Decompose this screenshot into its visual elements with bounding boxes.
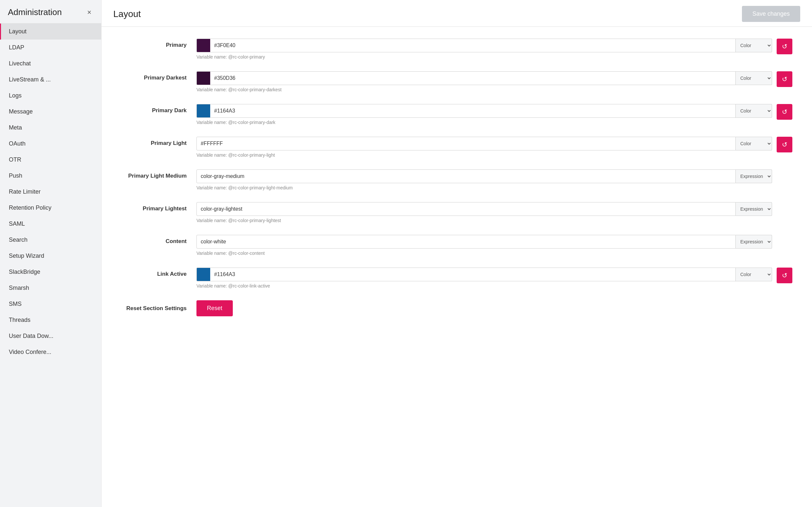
form-row-link-active: Link ActiveColorExpressionVariable name:… xyxy=(121,268,792,288)
sidebar-header: Administration × xyxy=(0,0,101,23)
color-input[interactable] xyxy=(210,71,736,85)
reset-section-button[interactable]: Reset xyxy=(196,300,233,316)
field-label: Content xyxy=(121,235,196,245)
fields-container: PrimaryColorExpressionVariable name: @rc… xyxy=(121,39,792,288)
type-select[interactable]: ColorExpression xyxy=(736,104,772,118)
field-reset-button[interactable]: ↺ xyxy=(777,268,792,283)
field-group: ColorExpressionVariable name: @rc-color-… xyxy=(196,39,772,60)
type-select[interactable]: ColorExpression xyxy=(736,268,772,281)
sidebar-item-saml[interactable]: SAML xyxy=(0,216,101,232)
form-row-primary: PrimaryColorExpressionVariable name: @rc… xyxy=(121,39,792,60)
sidebar-item-search[interactable]: Search xyxy=(0,232,101,248)
sidebar-item-otr[interactable]: OTR xyxy=(0,152,101,168)
field-reset-button[interactable]: ↺ xyxy=(777,137,792,153)
field-label: Primary Lightest xyxy=(121,202,196,212)
type-select[interactable]: ColorExpression xyxy=(736,202,772,216)
main-content: Layout Save changes PrimaryColorExpressi… xyxy=(101,0,812,507)
field-label: Link Active xyxy=(121,268,196,277)
sidebar-item-slackbridge[interactable]: SlackBridge xyxy=(0,264,101,280)
save-changes-button[interactable]: Save changes xyxy=(742,6,800,22)
form-row-primary-darkest: Primary DarkestColorExpressionVariable n… xyxy=(121,71,792,92)
field-label: Primary Dark xyxy=(121,104,196,114)
type-select[interactable]: ColorExpression xyxy=(736,169,772,183)
reset-section-label: Reset Section Settings xyxy=(121,305,196,312)
input-row: ColorExpression xyxy=(196,169,772,183)
field-reset-button[interactable]: ↺ xyxy=(777,39,792,54)
field-hint: Variable name: @rc-color-primary-light-m… xyxy=(196,185,772,190)
sidebar-item-oauth[interactable]: OAuth xyxy=(0,136,101,152)
field-label: Primary Darkest xyxy=(121,71,196,81)
color-input[interactable] xyxy=(196,202,736,216)
page-title: Layout xyxy=(113,9,141,19)
field-group: ColorExpressionVariable name: @rc-color-… xyxy=(196,104,772,125)
field-hint: Variable name: @rc-color-primary-lightes… xyxy=(196,218,772,223)
main-header: Layout Save changes xyxy=(101,0,812,27)
field-group: ColorExpressionVariable name: @rc-color-… xyxy=(196,268,772,288)
sidebar: Administration × LayoutLDAPLivechatLiveS… xyxy=(0,0,101,507)
type-select[interactable]: ColorExpression xyxy=(736,39,772,52)
color-input[interactable] xyxy=(210,268,736,281)
input-row: ColorExpression xyxy=(196,71,772,85)
type-select[interactable]: ColorExpression xyxy=(736,235,772,248)
sidebar-item-video-confere[interactable]: Video Confere... xyxy=(0,344,101,360)
color-input[interactable] xyxy=(196,169,736,183)
sidebar-item-message[interactable]: Message xyxy=(0,104,101,120)
input-row: ColorExpression xyxy=(196,39,772,52)
color-swatch[interactable] xyxy=(196,104,210,118)
sidebar-item-user-data-dow[interactable]: User Data Dow... xyxy=(0,328,101,344)
sidebar-item-layout[interactable]: Layout xyxy=(0,23,101,40)
form-row-primary-dark: Primary DarkColorExpressionVariable name… xyxy=(121,104,792,125)
sidebar-item-logs[interactable]: Logs xyxy=(0,88,101,104)
sidebar-item-retention-policy[interactable]: Retention Policy xyxy=(0,200,101,216)
type-select[interactable]: ColorExpression xyxy=(736,71,772,85)
content-area: PrimaryColorExpressionVariable name: @rc… xyxy=(101,27,812,507)
sidebar-item-meta[interactable]: Meta xyxy=(0,120,101,136)
sidebar-item-sms[interactable]: SMS xyxy=(0,296,101,312)
sidebar-item-setup-wizard[interactable]: Setup Wizard xyxy=(0,248,101,264)
input-row: ColorExpression xyxy=(196,202,772,216)
reset-placeholder xyxy=(777,202,792,218)
field-hint: Variable name: @rc-color-primary-light xyxy=(196,153,772,158)
input-row: ColorExpression xyxy=(196,137,772,151)
field-label: Primary Light Medium xyxy=(121,169,196,179)
form-row-content: ContentColorExpressionVariable name: @rc… xyxy=(121,235,792,256)
sidebar-item-livechat[interactable]: Livechat xyxy=(0,56,101,72)
sidebar-item-smarsh[interactable]: Smarsh xyxy=(0,280,101,296)
input-row: ColorExpression xyxy=(196,104,772,118)
field-hint: Variable name: @rc-color-primary-dark xyxy=(196,120,772,125)
color-swatch[interactable] xyxy=(196,268,210,281)
field-group: ColorExpressionVariable name: @rc-color-… xyxy=(196,202,772,223)
field-hint: Variable name: @rc-color-primary-darkest xyxy=(196,87,772,92)
sidebar-item-ldap[interactable]: LDAP xyxy=(0,40,101,56)
color-input[interactable] xyxy=(210,104,736,118)
type-select[interactable]: ColorExpression xyxy=(736,137,772,151)
sidebar-item-rate-limiter[interactable]: Rate Limiter xyxy=(0,184,101,200)
reset-placeholder xyxy=(777,169,792,185)
form-row-primary-light: Primary LightColorExpressionVariable nam… xyxy=(121,137,792,158)
sidebar-nav: LayoutLDAPLivechatLiveStream & ...LogsMe… xyxy=(0,23,101,360)
field-label: Primary Light xyxy=(121,137,196,147)
field-group: ColorExpressionVariable name: @rc-color-… xyxy=(196,137,772,158)
input-row: ColorExpression xyxy=(196,235,772,248)
field-group: ColorExpressionVariable name: @rc-color-… xyxy=(196,71,772,92)
field-reset-button[interactable]: ↺ xyxy=(777,71,792,87)
field-group: ColorExpressionVariable name: @rc-color-… xyxy=(196,169,772,190)
form-row-primary-light-medium: Primary Light MediumColorExpressionVaria… xyxy=(121,169,792,190)
form-row-primary-lightest: Primary LightestColorExpressionVariable … xyxy=(121,202,792,223)
color-swatch[interactable] xyxy=(196,71,210,85)
color-input[interactable] xyxy=(196,137,736,151)
color-input[interactable] xyxy=(196,235,736,248)
sidebar-item-push[interactable]: Push xyxy=(0,168,101,184)
field-hint: Variable name: @rc-color-link-active xyxy=(196,283,772,288)
sidebar-item-threads[interactable]: Threads xyxy=(0,312,101,328)
field-hint: Variable name: @rc-color-primary xyxy=(196,54,772,60)
color-input[interactable] xyxy=(210,39,736,52)
field-group: ColorExpressionVariable name: @rc-color-… xyxy=(196,235,772,256)
sidebar-item-livestream--[interactable]: LiveStream & ... xyxy=(0,72,101,88)
sidebar-title: Administration xyxy=(8,7,62,17)
sidebar-close-button[interactable]: × xyxy=(85,7,93,17)
color-swatch[interactable] xyxy=(196,39,210,52)
field-reset-button[interactable]: ↺ xyxy=(777,104,792,120)
reset-placeholder xyxy=(777,235,792,250)
field-hint: Variable name: @rc-color-content xyxy=(196,250,772,256)
